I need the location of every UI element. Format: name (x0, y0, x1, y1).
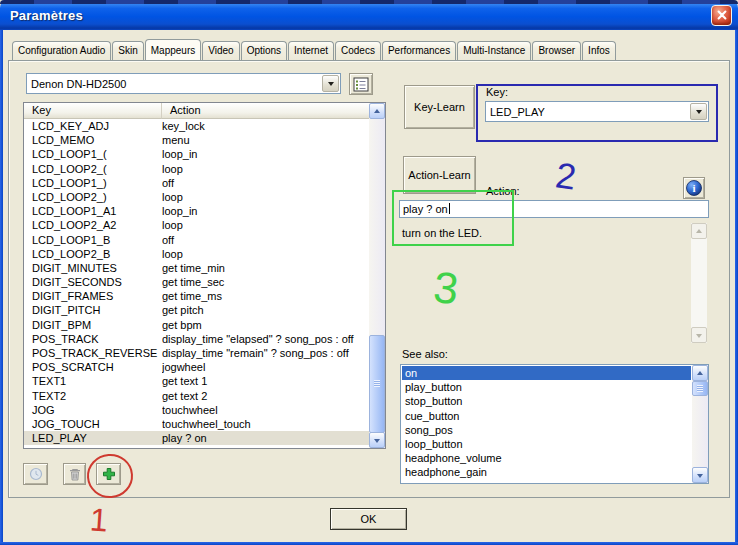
see-also-item[interactable]: stop_button (402, 394, 691, 408)
window-title: Paramètres (10, 8, 83, 23)
tab[interactable]: Internet (288, 41, 334, 60)
table-row[interactable]: LCD_LOOP2_( loop (24, 162, 369, 176)
tab[interactable]: Browser (532, 41, 581, 60)
table-row[interactable]: DIGIT_BPM get bpm (24, 318, 369, 332)
table-row[interactable]: JOG_TOUCH touchwheel_touch (24, 417, 369, 431)
mapping-table: Key Action LCD_KEY_ADJ key_lock (23, 102, 386, 449)
action-cell: loop (162, 162, 369, 176)
mapper-dropdown-button[interactable] (322, 75, 339, 92)
scroll-down-button[interactable] (369, 432, 385, 448)
action-cell: loop (162, 190, 369, 204)
tab[interactable]: Mappeurs (145, 39, 201, 60)
tab[interactable]: Performances (382, 41, 456, 60)
see-also-list: on play_button stop_button cue_button so… (400, 364, 709, 484)
close-button[interactable] (711, 5, 732, 26)
see-also-item[interactable]: cue_button (402, 409, 691, 423)
mapper-list-view-button[interactable] (349, 73, 373, 95)
action-cell: loop_in (162, 204, 369, 218)
column-header-action[interactable]: Action (162, 103, 369, 119)
action-cell: loop (162, 218, 369, 232)
mapper-select[interactable]: Denon DN-HD2500 (26, 73, 341, 94)
table-row[interactable]: TEXT2 get text 2 (24, 389, 369, 403)
table-scrollbar[interactable] (369, 103, 385, 448)
table-row[interactable]: LCD_LOOP2_A2 loop (24, 218, 369, 232)
table-body: LCD_KEY_ADJ key_lock LCD_MEMO menu LCD_L… (24, 119, 369, 448)
see-also-scrollbar[interactable] (692, 365, 708, 483)
key-cell: DIGIT_BPM (24, 318, 162, 332)
description-scrollbar[interactable] (691, 223, 707, 343)
scroll-thumb[interactable] (692, 381, 708, 396)
table-row[interactable]: LCD_MEMO menu (24, 133, 369, 147)
key-dropdown-button[interactable] (690, 103, 707, 120)
table-row[interactable]: DIGIT_FRAMES get time_ms (24, 289, 369, 303)
table-row[interactable]: LCD_LOOP2_B loop (24, 247, 369, 261)
table-row[interactable]: LCD_LOOP1_B off (24, 233, 369, 247)
table-row[interactable]: LCD_LOOP1_A1 loop_in (24, 204, 369, 218)
key-learn-button[interactable]: Key-Learn (404, 85, 475, 129)
table-row[interactable]: LCD_KEY_ADJ key_lock (24, 119, 369, 133)
key-cell: LCD_LOOP2_) (24, 190, 162, 204)
table-row[interactable]: JOG touchwheel (24, 403, 369, 417)
table-row[interactable]: POS_TRACK_REVERSE display_time "remain" … (24, 346, 369, 360)
scroll-up-button[interactable] (369, 103, 385, 119)
scroll-up-button[interactable] (692, 365, 708, 381)
tab[interactable]: Configuration Audio (12, 41, 111, 60)
key-cell: LCD_LOOP2_( (24, 162, 162, 176)
table-row[interactable]: POS_TRACK display_time "elapsed" ? song_… (24, 332, 369, 346)
table-header: Key Action (24, 103, 369, 119)
add-mapping-button[interactable] (96, 463, 121, 485)
scroll-down-button[interactable] (692, 467, 708, 483)
action-cell: touchwheel_touch (162, 417, 369, 431)
column-header-key[interactable]: Key (24, 103, 162, 119)
key-cell: TEXT1 (24, 374, 162, 388)
action-cell: off (162, 233, 369, 247)
table-row[interactable]: TEXT1 get text 1 (24, 374, 369, 388)
reload-mapper-button[interactable] (23, 463, 48, 485)
see-also-item[interactable]: headphone_volume (402, 451, 691, 465)
key-cell: LCD_LOOP1_A1 (24, 204, 162, 218)
tab[interactable]: Skin (112, 41, 143, 60)
delete-mapping-button[interactable] (63, 463, 86, 485)
see-also-item[interactable]: song_pos (402, 423, 691, 437)
key-cell: LCD_LOOP1_) (24, 176, 162, 190)
see-also-item[interactable]: on (402, 366, 691, 380)
table-row[interactable]: DIGIT_SECONDS get time_sec (24, 275, 369, 289)
window-border-left (0, 30, 3, 545)
new-row[interactable]: (new) (24, 445, 369, 448)
tab[interactable]: Multi-Instance (457, 41, 531, 60)
table-row[interactable]: POS_SCRATCH jogwheel (24, 360, 369, 374)
table-row[interactable]: DIGIT_PITCH get pitch (24, 303, 369, 317)
see-also-items: on play_button stop_button cue_button so… (402, 366, 691, 482)
settings-dialog: Paramètres Configuration Audio Skin Mapp… (0, 0, 738, 545)
see-also-item[interactable]: play_button (402, 380, 691, 394)
tab[interactable]: Codecs (335, 41, 381, 60)
scroll-thumb[interactable] (369, 335, 385, 433)
action-cell: get bpm (162, 318, 369, 332)
close-icon (716, 9, 728, 21)
action-cell: key_lock (162, 119, 369, 133)
tab[interactable]: Infos (582, 41, 616, 60)
table-row[interactable]: LCD_LOOP2_) loop (24, 190, 369, 204)
table-row[interactable]: LED_PLAY play ? on (24, 431, 369, 445)
key-select[interactable]: LED_PLAY (485, 101, 709, 122)
action-learn-button[interactable]: Action-Learn (403, 156, 476, 194)
tab[interactable]: Options (241, 41, 287, 60)
info-button[interactable]: i (683, 177, 705, 199)
action-cell: get time_sec (162, 275, 369, 289)
action-cell: get text 1 (162, 374, 369, 388)
table-row[interactable]: DIGIT_MINUTES get time_min (24, 261, 369, 275)
ok-button[interactable]: OK (330, 508, 407, 530)
table-row[interactable]: LCD_LOOP1_) off (24, 176, 369, 190)
action-cell: get time_min (162, 261, 369, 275)
scroll-down-button[interactable] (691, 327, 707, 343)
key-cell: DIGIT_MINUTES (24, 261, 162, 275)
see-also-item[interactable]: loop_button (402, 437, 691, 451)
see-also-item[interactable]: headphone_gain (402, 465, 691, 479)
mappers-tab-page: Denon DN-HD2500 Key Actio (8, 60, 730, 498)
table-row[interactable]: LCD_LOOP1_( loop_in (24, 147, 369, 161)
scroll-up-button[interactable] (691, 223, 707, 239)
action-input[interactable]: play ? on (399, 200, 709, 218)
tab[interactable]: Video (202, 41, 239, 60)
key-cell: LCD_LOOP1_B (24, 233, 162, 247)
see-also-item[interactable]: headphone_mix (402, 480, 691, 483)
